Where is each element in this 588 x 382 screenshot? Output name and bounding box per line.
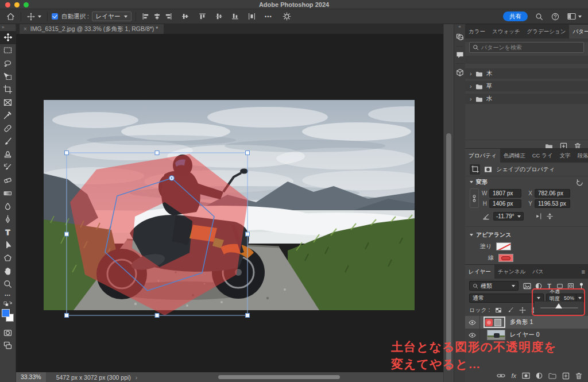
tab-adjustments[interactable]: 色調補正 xyxy=(500,149,529,163)
delete-layer-icon[interactable] xyxy=(575,372,582,380)
gear-icon[interactable] xyxy=(281,12,293,21)
history-brush-tool[interactable] xyxy=(0,161,16,174)
document-canvas[interactable] xyxy=(16,34,443,372)
vertical-scrollbar-thumb[interactable] xyxy=(446,133,451,371)
hand-tool[interactable] xyxy=(0,265,16,278)
zoom-tool[interactable] xyxy=(0,277,16,291)
align-right-edges-icon[interactable] xyxy=(165,13,172,20)
document-tab[interactable]: × IMG_6315_2.jpg @ 33.3% (多角形 1, RGB/8*)… xyxy=(20,24,164,34)
mask-badge-icon[interactable] xyxy=(483,164,493,175)
tools-expand-icon[interactable]: » xyxy=(0,24,16,31)
path-selection-tool[interactable] xyxy=(0,239,16,252)
help-icon[interactable] xyxy=(550,13,561,21)
tab-cc-libraries[interactable]: CC ライ xyxy=(529,149,556,163)
layer-thumbnail[interactable] xyxy=(483,317,505,328)
shape-tool[interactable] xyxy=(0,252,16,265)
filter-pixel-layers-icon[interactable] xyxy=(523,283,531,290)
quick-mask-icon[interactable] xyxy=(0,326,16,339)
spot-healing-brush-tool[interactable] xyxy=(0,122,16,135)
share-button[interactable]: 共有 xyxy=(503,11,528,21)
tab-swatches[interactable]: スウォッチ xyxy=(489,25,524,38)
panel-menu-icon[interactable]: ≡ xyxy=(579,265,588,279)
stroke-swatch-red[interactable] xyxy=(498,254,513,262)
layer-visibility-toggle[interactable] xyxy=(465,316,480,329)
distribute-icon[interactable] xyxy=(248,13,256,20)
frame-tool[interactable] xyxy=(0,96,16,109)
chevron-right-icon[interactable]: › xyxy=(470,70,472,77)
selection-handle[interactable] xyxy=(246,314,250,318)
blur-tool[interactable] xyxy=(0,200,16,213)
lock-transparent-pixels-icon[interactable] xyxy=(495,307,502,314)
height-field[interactable]: 1406 px xyxy=(489,199,521,208)
rotation-field[interactable]: -11.79° xyxy=(493,212,524,221)
lasso-tool[interactable] xyxy=(0,57,16,70)
zoom-level-field[interactable]: 33.33% xyxy=(16,372,46,382)
layer-name[interactable]: 多角形 1 xyxy=(510,318,533,326)
eyedropper-tool[interactable] xyxy=(0,109,16,122)
chevron-right-icon[interactable]: › xyxy=(470,95,472,102)
tab-properties[interactable]: プロパティ xyxy=(465,149,500,163)
pattern-search-box[interactable] xyxy=(469,42,584,53)
selection-handle[interactable] xyxy=(65,314,69,318)
eraser-tool[interactable] xyxy=(0,174,16,187)
layer-row-polygon[interactable]: 多角形 1 xyxy=(465,316,588,329)
status-chevron-icon[interactable]: › xyxy=(136,374,138,381)
lock-position-icon[interactable] xyxy=(519,307,526,314)
history-icon[interactable] xyxy=(454,30,465,45)
lock-image-pixels-icon[interactable] xyxy=(507,307,514,314)
tab-close-icon[interactable]: × xyxy=(24,26,27,32)
object-selection-tool[interactable] xyxy=(0,70,16,83)
add-mask-icon[interactable] xyxy=(522,372,530,379)
link-layers-icon[interactable] xyxy=(497,373,505,379)
home-button[interactable] xyxy=(5,12,17,21)
workspace-icon[interactable] xyxy=(566,13,583,20)
rectangular-marquee-tool[interactable] xyxy=(0,44,16,57)
selection-handle[interactable] xyxy=(155,314,159,318)
appearance-section-header[interactable]: アピアランス xyxy=(465,229,588,241)
transform-section-header[interactable]: 変形 xyxy=(465,176,588,188)
gradient-tool[interactable] xyxy=(0,187,16,200)
edit-toolbar-icon[interactable]: ••• xyxy=(5,291,10,300)
brush-tool[interactable] xyxy=(0,135,16,148)
link-dimensions-icon[interactable] xyxy=(470,188,479,208)
fill-swatch-none[interactable] xyxy=(496,242,511,250)
tab-color[interactable]: カラー xyxy=(465,25,489,38)
tab-patterns[interactable]: パターン xyxy=(569,25,588,38)
y-field[interactable]: 1196.53 px xyxy=(535,199,570,208)
align-left-edges-icon[interactable] xyxy=(142,13,149,20)
vertical-scrollbar-track[interactable] xyxy=(443,24,454,382)
align-middles-icon[interactable] xyxy=(215,13,223,20)
new-layer-icon[interactable] xyxy=(562,372,570,380)
pattern-folder-water[interactable]: › 水 xyxy=(465,94,588,104)
crop-tool[interactable] xyxy=(0,83,16,96)
layer-name[interactable]: レイヤー 0 xyxy=(510,331,540,339)
pen-tool[interactable] xyxy=(0,213,16,226)
tab-character[interactable]: 文字 xyxy=(556,149,574,163)
flip-horizontal-icon[interactable] xyxy=(535,213,543,220)
align-vertical-centers-icon[interactable] xyxy=(181,13,189,20)
pattern-folder-grass[interactable]: › 草 xyxy=(465,81,588,91)
tab-channels[interactable]: チャンネル xyxy=(494,265,529,279)
tab-paths[interactable]: パス xyxy=(529,265,547,279)
flip-vertical-icon[interactable] xyxy=(546,213,554,220)
chevron-right-icon[interactable]: › xyxy=(470,83,472,90)
width-field[interactable]: 1807 px xyxy=(489,189,521,198)
search-icon[interactable] xyxy=(533,13,545,21)
layer-filter-kind-dropdown[interactable]: 種類 xyxy=(469,281,519,291)
clone-stamp-tool[interactable] xyxy=(0,148,16,161)
type-tool[interactable]: T xyxy=(0,226,16,239)
swap-colors-icon[interactable] xyxy=(3,300,13,308)
move-tool[interactable] xyxy=(0,31,16,44)
new-adjustment-layer-icon[interactable] xyxy=(536,372,543,379)
comments-icon[interactable] xyxy=(454,48,465,62)
align-bottom-edges-icon[interactable] xyxy=(231,13,239,20)
more-align-options-icon[interactable]: ••• xyxy=(263,12,273,21)
foreground-color-swatch[interactable] xyxy=(2,309,10,317)
pattern-search-input[interactable] xyxy=(481,44,567,51)
tab-paragraph[interactable]: 段落 xyxy=(574,149,588,163)
align-horizontal-centers-icon[interactable] xyxy=(153,13,161,20)
align-top-edges-icon[interactable] xyxy=(199,13,206,20)
auto-select-checkbox[interactable] xyxy=(52,13,58,20)
horizontal-scrollbar-thumb[interactable] xyxy=(218,375,340,379)
auto-select-target-dropdown[interactable]: レイヤー xyxy=(92,11,131,21)
